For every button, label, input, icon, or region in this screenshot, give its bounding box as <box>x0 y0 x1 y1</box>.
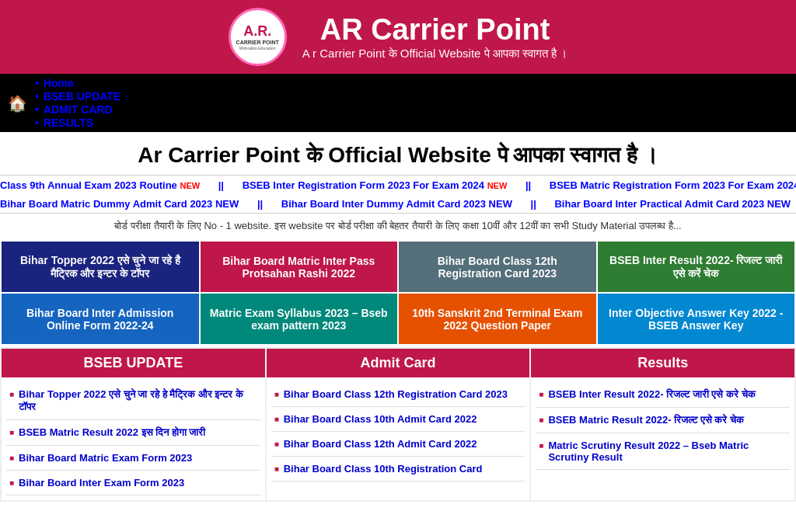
site-subtitle: A r Carrier Point के Official Website पे… <box>302 47 568 61</box>
list-item: BSEB Matric Result 2022 इस दिन होगा जारी <box>6 420 260 446</box>
admit-item-1[interactable]: Bihar Board Class 10th Admit Card 2022 <box>274 413 522 425</box>
list-item: Bihar Board Class 10th Registration Card <box>271 457 525 482</box>
card-label: Bihar Topper 2022 एसे चुने जा रहे है मैट… <box>11 254 190 280</box>
admit-item-3[interactable]: Bihar Board Class 10th Registration Card <box>274 463 522 475</box>
site-title: AR Carrier Point <box>302 13 568 47</box>
list-item: Bihar Board Class 12th Registration Card… <box>271 382 525 407</box>
list-item: Bihar Board Inter Exam Form 2023 <box>6 471 260 495</box>
card-syllabus[interactable]: Matric Exam Syllabus 2023 – Bseb exam pa… <box>201 294 398 344</box>
logo: A.R. CARRIER POINT Motivation·Education <box>229 8 287 66</box>
list-item: Matric Scrutiny Result 2022 – Bseb Matri… <box>536 433 790 470</box>
cards-grid: Bihar Topper 2022 एसे चुने जा रहे है मैट… <box>0 238 796 347</box>
ticker-item: BSEB Inter Registration Form 2023 For Ex… <box>243 179 532 191</box>
nav-results[interactable]: RESULTS <box>35 116 120 129</box>
list-item: BSEB Inter Result 2022- रिजल्ट जारी एसे … <box>536 382 790 408</box>
bseb-item-1[interactable]: BSEB Matric Result 2022 इस दिन होगा जारी <box>9 426 257 439</box>
card-label: Inter Objective Answer Key 2022 -BSEB An… <box>607 307 786 332</box>
admit-item-0[interactable]: Bihar Board Class 12th Registration Card… <box>274 388 522 400</box>
card-sanskrit[interactable]: 10th Sanskrit 2nd Terminal Exam 2022 Que… <box>399 294 596 344</box>
card-label: Bihar Board Class 12th Registration Card… <box>408 255 587 280</box>
card-label: Bihar Board Matric Inter Pass Protsahan … <box>210 255 389 280</box>
header: A.R. CARRIER POINT Motivation·Education … <box>0 0 796 74</box>
card-answer-key[interactable]: Inter Objective Answer Key 2022 -BSEB An… <box>598 294 795 344</box>
ticker-1: Class 9th Annual Exam 2023 Routine NEW |… <box>0 175 796 194</box>
ticker-2-content: Bihar Board Matric Dummy Admit Card 2023… <box>0 198 796 210</box>
ticker-1-content: Class 9th Annual Exam 2023 Routine NEW |… <box>0 179 796 191</box>
logo-carrier: CARRIER POINT <box>236 40 279 46</box>
nav-home[interactable]: Home <box>35 77 120 89</box>
home-icon[interactable]: 🏠 <box>8 94 27 113</box>
result-item-1[interactable]: BSEB Matric Result 2022- रिजल्ट एसे करे … <box>539 414 787 426</box>
results-header: Results <box>531 349 794 377</box>
ticker2-item: Bihar Board Matric Dummy Admit Card 2023… <box>0 198 263 210</box>
list-item: Bihar Board Class 10th Admit Card 2022 <box>271 407 525 432</box>
card-label: Bihar Board Inter Admission Online Form … <box>11 307 190 332</box>
bseb-update-header: BSEB UPDATE <box>2 349 265 377</box>
admit-card-header: Admit Card <box>267 349 530 377</box>
bseb-update-items: Bihar Topper 2022 एसे चुने जा रहे हे मैट… <box>2 377 265 500</box>
bseb-item-2[interactable]: Bihar Board Matric Exam Form 2023 <box>9 452 257 464</box>
nav-links: Home BSEB UPDATE ADMIT CARD RESULTS <box>35 77 120 129</box>
card-topper[interactable]: Bihar Topper 2022 एसे चुने जा रहे है मैट… <box>2 242 199 292</box>
admit-card-column: Admit Card Bihar Board Class 12th Regist… <box>267 349 530 500</box>
bseb-item-3[interactable]: Bihar Board Inter Exam Form 2023 <box>9 477 257 489</box>
ticker2-item: Bihar Board Inter Dummy Admit Card 2023 … <box>281 198 536 210</box>
description-text: बोर्ड परीक्षा तैयारी के लिए No - 1 websi… <box>0 214 796 238</box>
welcome-banner: Ar Carrier Point के Official Website पे … <box>0 132 796 175</box>
card-label: BSEB Inter Result 2022- रिजल्ट जारी एसे … <box>607 254 786 280</box>
results-column: Results BSEB Inter Result 2022- रिजल्ट ज… <box>531 349 794 500</box>
navbar: 🏠 Home BSEB UPDATE ADMIT CARD RESULTS <box>0 74 796 132</box>
nav-bseb-update[interactable]: BSEB UPDATE <box>35 90 120 103</box>
logo-motivation: Motivation·Education <box>239 46 275 50</box>
card-inter-result[interactable]: BSEB Inter Result 2022- रिजल्ट जारी एसे … <box>598 242 795 292</box>
bseb-item-0[interactable]: Bihar Topper 2022 एसे चुने जा रहे हे मैट… <box>9 388 257 413</box>
list-item: Bihar Topper 2022 एसे चुने जा रहे हे मैट… <box>6 382 260 420</box>
bottom-section: BSEB UPDATE Bihar Topper 2022 एसे चुने ज… <box>0 347 796 502</box>
ticker-item: Class 9th Annual Exam 2023 Routine NEW |… <box>0 179 224 191</box>
ticker-2: Bihar Board Matric Dummy Admit Card 2023… <box>0 194 796 214</box>
header-text: AR Carrier Point A r Carrier Point के Of… <box>302 13 568 61</box>
card-protsahan[interactable]: Bihar Board Matric Inter Pass Protsahan … <box>201 242 398 292</box>
results-items: BSEB Inter Result 2022- रिजल्ट जारी एसे … <box>531 377 794 475</box>
list-item: BSEB Matric Result 2022- रिजल्ट एसे करे … <box>536 408 790 433</box>
nav-admit-card[interactable]: ADMIT CARD <box>35 103 120 116</box>
list-item: Bihar Board Class 12th Admit Card 2022 <box>271 432 525 457</box>
admit-item-2[interactable]: Bihar Board Class 12th Admit Card 2022 <box>274 438 522 450</box>
logo-ar: A.R. <box>243 23 271 40</box>
bseb-update-column: BSEB UPDATE Bihar Topper 2022 एसे चुने ज… <box>2 349 265 500</box>
card-registration[interactable]: Bihar Board Class 12th Registration Card… <box>399 242 596 292</box>
card-label: Matric Exam Syllabus 2023 – Bseb exam pa… <box>210 307 389 332</box>
result-item-2[interactable]: Matric Scrutiny Result 2022 – Bseb Matri… <box>539 440 787 463</box>
card-label: 10th Sanskrit 2nd Terminal Exam 2022 Que… <box>408 307 587 332</box>
ticker2-item: Bihar Board Inter Practical Admit Card 2… <box>554 198 796 210</box>
list-item: Bihar Board Matric Exam Form 2023 <box>6 446 260 471</box>
ticker-item: BSEB Matric Registration Form 2023 For E… <box>550 179 796 191</box>
result-item-0[interactable]: BSEB Inter Result 2022- रिजल्ट जारी एसे … <box>539 388 787 401</box>
admit-card-items: Bihar Board Class 12th Registration Card… <box>267 377 530 486</box>
card-admission-form[interactable]: Bihar Board Inter Admission Online Form … <box>2 294 199 344</box>
